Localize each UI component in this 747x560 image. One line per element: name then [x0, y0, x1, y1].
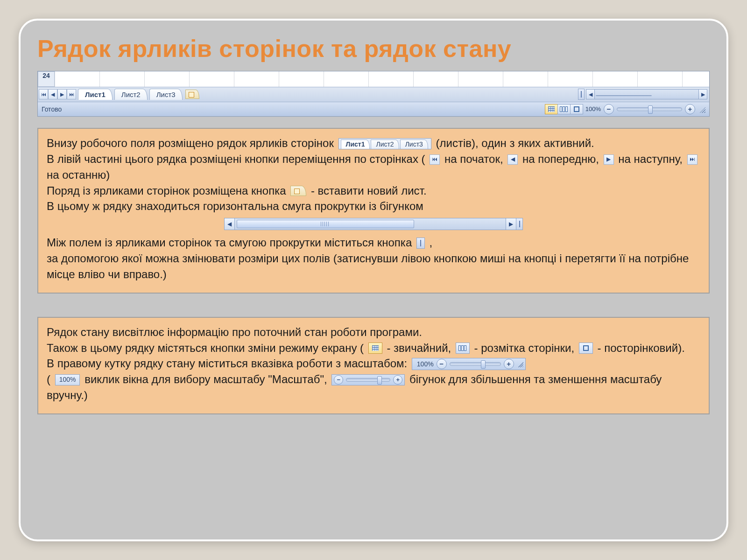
- horizontal-scrollbar[interactable]: ◀ ▶: [586, 89, 707, 99]
- p2-zoom-intro: В правому кутку рядку стану міститься вк…: [47, 357, 407, 370]
- slide-title: Рядок ярликів сторінок та рядок стану: [37, 35, 710, 63]
- view-page-break-icon[interactable]: [570, 104, 583, 114]
- p2-zoom-dialog: виклик вікна для вибору масштабу "Масшта…: [85, 373, 327, 386]
- inline-tab-3: Лист3: [400, 140, 428, 149]
- p1-newsheet-intro: Поряд із ярликами сторінок розміщена кно…: [47, 184, 286, 197]
- inline-zoom-pct-button: 100%: [55, 374, 80, 385]
- p1-nav-prev: на попередню,: [522, 153, 599, 165]
- inline-slider-plus-icon: +: [393, 375, 402, 385]
- row-header: 24: [38, 71, 55, 87]
- nav-next-icon[interactable]: ▶: [57, 89, 67, 99]
- zoom-slider-knob[interactable]: [648, 105, 653, 114]
- new-sheet-icon[interactable]: [185, 90, 199, 99]
- p2-zoom-paren: (: [47, 373, 50, 386]
- inline-tab-2: Лист2: [371, 140, 399, 149]
- description-panel-2: Рядок стану висвітлює інформацію про пот…: [37, 317, 710, 414]
- inline-nav-last-icon: ⏭: [687, 154, 698, 165]
- nav-prev-icon[interactable]: ◀: [48, 89, 57, 99]
- zoom-percent-label[interactable]: 100%: [585, 105, 601, 112]
- p1-nav-next: на наступну,: [618, 153, 683, 165]
- inline-zoom-slider-only: − +: [331, 374, 405, 385]
- inline-nav-next-icon: ▶: [604, 154, 614, 165]
- p1-text-intro: Внизу робочого поля розміщено рядок ярли…: [47, 137, 334, 149]
- inline-tab-1: Лист1: [341, 140, 370, 149]
- slide-frame: Рядок ярликів сторінок та рядок стану 24…: [19, 19, 728, 541]
- scroll-left-icon[interactable]: ◀: [586, 90, 595, 99]
- inline-scroll-right-icon: ▶: [506, 218, 516, 230]
- p2-view-layout: - розмітка сторінки,: [474, 342, 575, 354]
- zoom-in-button[interactable]: +: [685, 104, 695, 114]
- excel-screenshot: 24 ⏮ ◀ ▶ ⏭ Лист1 Лист2 Лист3 ◀ ▶ Готово: [37, 71, 710, 117]
- p2-view-pagebreak: - посторінковий).: [597, 342, 684, 354]
- sheet-tab-1[interactable]: Лист1: [78, 89, 113, 100]
- sheet-tab-2[interactable]: Лист2: [114, 89, 148, 100]
- nav-last-icon[interactable]: ⏭: [67, 89, 76, 99]
- inline-scroll-splitter: [516, 218, 522, 230]
- inline-scroll-thumb: [237, 220, 414, 228]
- excel-grid-row: 24: [38, 71, 709, 87]
- inline-resize-grip-icon: [517, 361, 523, 367]
- status-ready-label: Готово: [42, 105, 62, 113]
- splitter-handle[interactable]: [578, 89, 585, 100]
- resize-grip-icon[interactable]: [698, 105, 705, 113]
- p1-splitter-desc: за допомогою якої можна змінювати розмір…: [47, 252, 689, 281]
- scroll-thumb[interactable]: [596, 95, 652, 96]
- inline-zoom-out-icon: −: [437, 359, 447, 369]
- view-normal-icon[interactable]: [545, 104, 558, 114]
- grid-cells: [55, 71, 709, 87]
- inline-new-sheet-icon: [290, 186, 306, 196]
- p1-nav-last: на останню): [47, 168, 110, 181]
- p2-viewmodes-intro: Також в цьому рядку містяться кнопки змі…: [47, 342, 364, 354]
- inline-nav-first-icon: ⏮: [430, 154, 440, 165]
- inline-slider-track: [346, 378, 390, 382]
- scroll-right-icon[interactable]: ▶: [698, 90, 707, 99]
- nav-first-icon[interactable]: ⏮: [39, 89, 48, 99]
- p1-nav-intro: В лівій частині цього рядка розміщені кн…: [47, 153, 425, 165]
- view-page-layout-icon[interactable]: [557, 104, 571, 114]
- inline-slider-minus-icon: −: [334, 375, 343, 385]
- p1-scroll-text: В цьому ж рядку знаходиться горизонтальн…: [47, 200, 423, 213]
- sheet-tab-row: ⏮ ◀ ▶ ⏭ Лист1 Лист2 Лист3 ◀ ▶: [38, 87, 709, 101]
- inline-view-normal-icon: [368, 343, 382, 354]
- sheet-tab-3[interactable]: Лист3: [149, 89, 183, 100]
- inline-zoom-control: 100% − +: [412, 358, 526, 370]
- status-bar: Готово 100% − +: [38, 102, 709, 116]
- inline-view-pagebreak-icon: [579, 343, 593, 354]
- p2-status-intro: Рядок стану висвітлює інформацію про пот…: [47, 326, 422, 338]
- p1-newsheet-cont: - вставити новий лист.: [311, 184, 427, 197]
- zoom-out-button[interactable]: −: [604, 104, 614, 114]
- p1-splitter-intro: Між полем із ярликами сторінок та смугою…: [47, 237, 412, 249]
- inline-sheet-tabs: Лист1 Лист2 Лист3: [338, 138, 431, 149]
- p1-splitter-comma: ,: [430, 237, 433, 249]
- sheet-nav-buttons: ⏮ ◀ ▶ ⏭: [38, 89, 76, 99]
- p2-view-normal: - звичайний,: [387, 342, 451, 354]
- description-panel-1: Внизу робочого поля розміщено рядок ярли…: [37, 128, 710, 294]
- inline-scroll-left-icon: ◀: [225, 218, 235, 230]
- p1-text-cont: (листів), один з яких активний.: [436, 137, 594, 149]
- inline-splitter-icon: [416, 238, 425, 249]
- inline-nav-prev-icon: ◀: [507, 154, 518, 165]
- inline-view-layout-icon: [456, 343, 470, 354]
- inline-zoom-slider: [450, 362, 501, 366]
- zoom-slider[interactable]: [617, 107, 682, 111]
- p1-nav-first: на початок,: [444, 153, 503, 165]
- inline-horizontal-scrollbar: ◀ ▶: [224, 218, 523, 230]
- inline-zoom-in-icon: +: [504, 359, 514, 369]
- inline-zoom-percent: 100%: [417, 360, 434, 369]
